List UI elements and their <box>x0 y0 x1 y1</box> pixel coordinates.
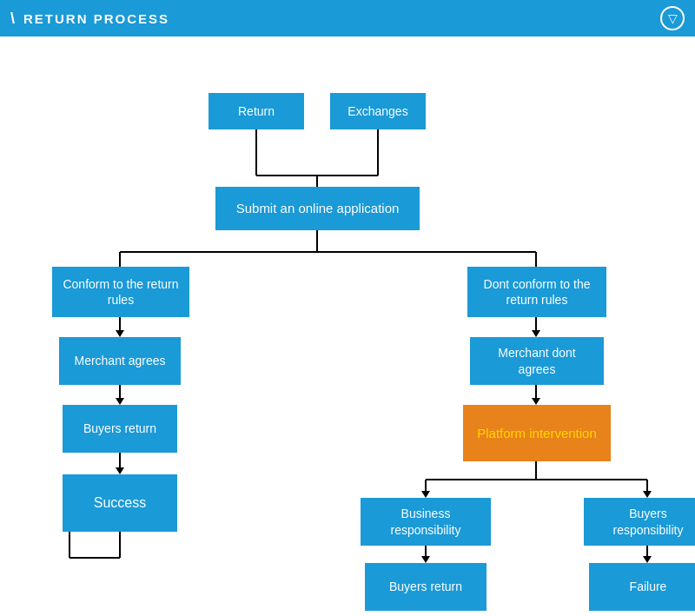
svg-marker-28 <box>643 491 652 498</box>
header-slash: \ <box>10 10 17 28</box>
success-box: Success <box>63 474 177 532</box>
exchanges-box: Exchanges <box>330 93 426 129</box>
svg-marker-26 <box>421 491 430 498</box>
svg-marker-20 <box>532 330 540 337</box>
merchant-agrees-box: Merchant agrees <box>59 337 181 385</box>
buyers-return-right-box: Buyers return <box>365 563 486 611</box>
merchant-dont-agrees-box: Merchant dont agrees <box>470 337 604 385</box>
return-box: Return <box>208 93 304 129</box>
header-text: RETURN PROCESS <box>23 11 169 26</box>
chevron-down-icon: ▽ <box>668 11 678 25</box>
svg-marker-30 <box>421 556 430 563</box>
svg-marker-14 <box>116 467 124 474</box>
buyers-return-left-box: Buyers return <box>63 405 177 453</box>
header: \ RETURN PROCESS ▽ <box>0 0 695 36</box>
submit-box: Submit an online application <box>215 187 420 230</box>
svg-marker-10 <box>116 330 124 337</box>
svg-marker-32 <box>643 556 652 563</box>
header-icon[interactable]: ▽ <box>660 6 685 30</box>
conform-box: Conform to the return rules <box>52 267 189 317</box>
failure-box: Failure <box>589 563 695 611</box>
buyers-responsibility-box: Buyers responsibility <box>584 498 695 546</box>
header-title: \ RETURN PROCESS <box>10 10 169 28</box>
business-responsibility-box: Business responsibility <box>361 498 491 546</box>
dont-conform-box: Dont conform to the return rules <box>467 267 606 317</box>
platform-intervention-box: Platform intervention <box>463 405 611 461</box>
diagram: Return Exchanges Submit an online applic… <box>0 36 695 616</box>
svg-marker-12 <box>116 398 124 405</box>
svg-marker-22 <box>532 398 540 405</box>
